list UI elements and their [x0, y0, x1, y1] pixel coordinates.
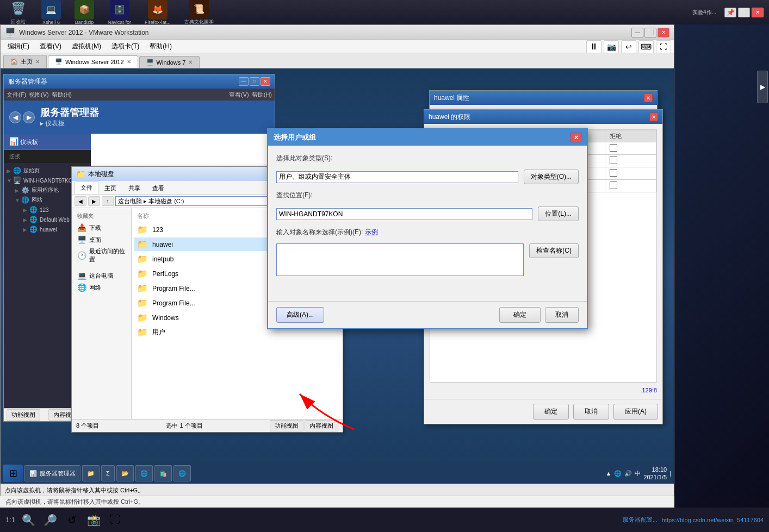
tab-win7[interactable]: 🖥️ Windows 7 ✕: [139, 56, 200, 68]
tab-win7-close[interactable]: ✕: [188, 59, 193, 65]
taskbar-app-network[interactable]: 🌐: [173, 465, 191, 481]
perm-readexec-deny[interactable]: [610, 157, 617, 164]
fe-content-view[interactable]: 内容视图: [305, 420, 338, 431]
fe-nav-thispc[interactable]: 💻 这台电脑: [75, 270, 128, 281]
sud-object-type-btn[interactable]: 对象类型(O)...: [524, 170, 579, 184]
tab-ws2012[interactable]: 🖥️ Windows Server 2012 ✕: [48, 55, 138, 68]
sm-back-btn[interactable]: ◀: [9, 111, 21, 123]
zoom-out-btn[interactable]: 🔎: [41, 511, 59, 529]
fe-fav-desktop[interactable]: 🖥️ 桌面: [75, 234, 128, 246]
sud-location-input[interactable]: [276, 208, 532, 220]
toolbar-fullscreen[interactable]: ⛶: [656, 40, 671, 53]
taskbar-item-culture[interactable]: 📜 古典文化国学: [182, 0, 216, 27]
sud-ok-btn[interactable]: 确定: [499, 307, 541, 323]
menu-tabs[interactable]: 选项卡(T): [107, 41, 144, 52]
refresh-btn[interactable]: ↺: [63, 511, 80, 529]
menu-vm[interactable]: 虚拟机(M): [67, 41, 106, 52]
perms-cancel-btn[interactable]: 取消: [573, 404, 609, 420]
sm-menu-help[interactable]: 帮助(H): [52, 91, 72, 99]
sud-advanced-btn[interactable]: 高级(A)...: [276, 307, 324, 323]
sud-object-type-input[interactable]: [276, 171, 518, 183]
sm-menu-file[interactable]: 文件(F): [7, 91, 26, 99]
huawei-perms-close[interactable]: ✕: [649, 112, 658, 121]
menu-edit[interactable]: 编辑(E): [3, 41, 34, 52]
sud-check-names-btn[interactable]: 检查名称(C): [529, 243, 579, 258]
sm-forward-btn[interactable]: ▶: [23, 111, 35, 123]
close-button[interactable]: ✕: [752, 8, 764, 17]
tab-home-close[interactable]: ✕: [35, 59, 40, 65]
folder-icon-8: 📁: [137, 327, 148, 337]
taskbar-item-bandizip[interactable]: 📦 Bandizip: [72, 0, 97, 27]
taskbar-item-xshell[interactable]: 💻 Xshell 6: [39, 0, 64, 27]
powershell-icon: Σ: [106, 470, 110, 477]
tab-ws2012-close[interactable]: ✕: [127, 59, 131, 65]
sm-menu-view[interactable]: 视图(V): [29, 91, 49, 99]
sud-name-input[interactable]: [276, 243, 524, 276]
taskbar-app-server-mgr[interactable]: 📊 服务器管理器: [24, 465, 80, 481]
expand-sidebar-btn[interactable]: ▶: [757, 71, 768, 103]
fe-fav-recent[interactable]: 🕐 最近访问的位置: [75, 246, 128, 265]
fe-tab-file[interactable]: 文件: [75, 181, 98, 194]
sm-close[interactable]: ✕: [261, 77, 270, 86]
vmware-minimize[interactable]: —: [631, 28, 643, 37]
fe-features-view[interactable]: 功能视图: [270, 420, 303, 431]
vmware-close[interactable]: ✕: [658, 28, 669, 37]
vmware-maximize[interactable]: ⬜: [644, 28, 656, 37]
pin-button[interactable]: 📌: [724, 8, 736, 17]
perms-apply-btn[interactable]: 应用(A): [613, 404, 658, 420]
recent-icon: 🕐: [77, 251, 86, 260]
sm-maximize[interactable]: □: [250, 77, 259, 86]
sm-sidebar-dashboard[interactable]: 📊 仪表板: [4, 134, 91, 150]
fe-nav-network[interactable]: 🌐 网络: [75, 281, 128, 293]
fe-fav-downloads[interactable]: 📥 下载: [75, 222, 128, 234]
menu-help[interactable]: 帮助(H): [145, 41, 176, 52]
taskbar-app-file-exp[interactable]: 📁: [82, 465, 100, 481]
toolbar-pause[interactable]: ⏸: [586, 40, 601, 53]
sud-location-btn[interactable]: 位置(L)...: [538, 206, 579, 221]
restore-button[interactable]: ⬜: [738, 8, 750, 17]
tray-up-arrow[interactable]: ▲: [605, 470, 611, 477]
fullscreen-btn[interactable]: ⛶: [107, 511, 124, 529]
fe-up-btn[interactable]: ↑: [102, 196, 114, 206]
fe-status-selected: 选中 1 个项目: [166, 422, 202, 430]
tray-show-desktop[interactable]: |: [669, 470, 671, 477]
perm-read-deny[interactable]: [610, 181, 617, 189]
fe-tab-home[interactable]: 主页: [98, 182, 122, 194]
tab-home[interactable]: 🏠 主页 ✕: [3, 55, 47, 68]
snap-btn[interactable]: 📸: [85, 511, 102, 529]
side-nav-btn[interactable]: ▶: [757, 71, 769, 103]
huawei-perms-title: huawei 的权限: [429, 112, 470, 122]
taskbar-app-store[interactable]: 🛍️: [154, 465, 172, 481]
taskbar-item-recycle[interactable]: 🗑️ 回收站: [5, 0, 30, 27]
taskbar-app-powershell[interactable]: Σ: [101, 465, 115, 481]
perms-ok-btn[interactable]: 确定: [533, 404, 569, 420]
sud-close[interactable]: ✕: [570, 133, 581, 142]
sud-example-link[interactable]: 示例: [365, 228, 378, 236]
zoom-in-btn[interactable]: 🔍: [20, 511, 37, 529]
taskbar-app-folder[interactable]: 📂: [116, 465, 134, 481]
fe-tab-view[interactable]: 查看: [146, 182, 170, 194]
fe-back-btn[interactable]: ◀: [75, 196, 86, 206]
taskbar-app-ie[interactable]: 🌐: [135, 465, 153, 481]
network-task-icon: 🌐: [178, 470, 186, 477]
taskbar-item-firefox[interactable]: 🦊 Firefox-lat...: [142, 0, 173, 27]
fe-favorites-label: 收藏夹: [75, 211, 128, 222]
url-link[interactable]: https://blog.csdn.net/weixin_54117604: [662, 517, 764, 523]
sud-cancel-btn[interactable]: 取消: [545, 307, 579, 323]
fe-forward-btn[interactable]: ▶: [88, 196, 100, 206]
toolbar-snapshot[interactable]: 📷: [604, 40, 619, 53]
start-button[interactable]: ⊞: [3, 465, 23, 482]
view-features[interactable]: 功能视图: [7, 409, 40, 421]
sm-minimize[interactable]: —: [239, 77, 249, 86]
huawei-props-close[interactable]: ✕: [644, 93, 653, 102]
config-link[interactable]: 服务器配置...: [623, 516, 658, 524]
fe-tab-share[interactable]: 共享: [122, 182, 146, 194]
vm-content[interactable]: 服务器管理器 — □ ✕ 文件(F) 视图(V) 帮助(H) 查看(V) 帮助(…: [1, 68, 674, 484]
taskbar-item-navicat[interactable]: 🗄️ Navicat for: [105, 0, 134, 27]
menu-view[interactable]: 查看(V): [35, 41, 66, 52]
perm-edit-deny[interactable]: [610, 144, 617, 152]
clock-display[interactable]: 18:10 2021/1/5: [643, 466, 667, 481]
perm-listdir-deny[interactable]: [610, 169, 617, 177]
toolbar-revert[interactable]: ↩: [621, 40, 636, 53]
toolbar-send-ctrl[interactable]: ⌨: [638, 40, 654, 53]
